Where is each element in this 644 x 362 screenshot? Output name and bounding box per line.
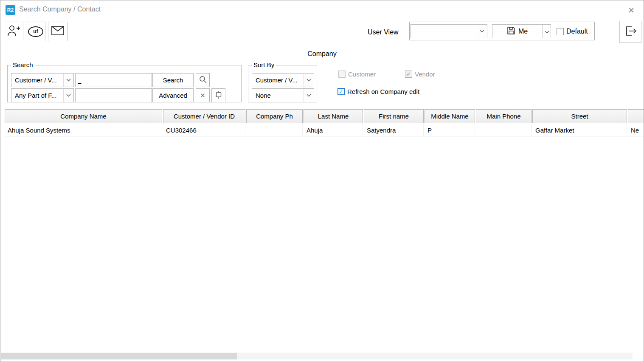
column-header[interactable]: Company Name [5, 109, 162, 123]
checkbox-box [557, 28, 564, 35]
clear-button[interactable]: ✕ [196, 88, 210, 102]
search-groupbox-legend: Search [11, 61, 35, 68]
expand-window-button[interactable] [211, 88, 225, 102]
table-cell: Satyendra [364, 124, 424, 136]
refresh-on-edit-label: Refresh on Company edit [347, 88, 419, 95]
column-header[interactable]: Street [532, 109, 627, 123]
save-view-button[interactable]: Me [492, 24, 543, 38]
chevron-down-icon [545, 28, 549, 35]
add-contact-button[interactable] [4, 22, 23, 41]
chevron-down-icon [63, 74, 73, 87]
match-type-select-value: Any Part of F... [15, 92, 56, 99]
mail-button[interactable] [48, 22, 67, 41]
close-icon[interactable]: ✕ [626, 5, 637, 16]
column-header[interactable]: Customer / Vendor ID [163, 109, 245, 123]
advanced-button[interactable]: Advanced [152, 88, 194, 102]
save-icon [507, 27, 515, 36]
table-body: Ahuja Sound SystemsCU302466AhujaSatyendr… [5, 124, 644, 136]
envelope-icon [51, 26, 64, 37]
table-cell: Ahuja [304, 124, 363, 136]
default-checkbox[interactable]: Default [557, 28, 588, 35]
app-logo: R2 [6, 5, 15, 15]
horizontal-scrollbar-thumb[interactable] [1, 353, 237, 359]
search-field-select-value: Customer / V... [15, 76, 57, 84]
uf-view-icon: uf [28, 26, 43, 37]
table-cell [476, 124, 532, 136]
secondary-search-input[interactable] [75, 88, 152, 102]
search-field-select[interactable]: Customer / V... [11, 73, 74, 87]
column-header[interactable] [628, 109, 644, 123]
sort-groupbox: Sort By Customer / V... None [248, 65, 317, 102]
column-header[interactable]: Middle Name [425, 109, 475, 123]
refresh-on-edit-checkbox[interactable]: ✓ Refresh on Company edit [337, 88, 419, 95]
quick-search-button[interactable] [196, 73, 210, 87]
user-view-group: Me Default [409, 22, 595, 40]
column-header[interactable]: First name [364, 109, 424, 123]
exit-icon [624, 25, 636, 39]
horizontal-scrollbar-track[interactable] [1, 353, 633, 359]
table-cell: Ne [628, 124, 644, 136]
search-button[interactable]: Search [152, 73, 194, 87]
check-icon: ✓ [405, 71, 412, 78]
table-header-row: Company NameCustomer / Vendor IDCompany … [5, 109, 644, 123]
table-cell: Gaffar Market [532, 124, 627, 136]
user-view-select[interactable] [411, 24, 487, 38]
sort-secondary-value: None [256, 92, 271, 99]
vendor-checkbox-label: Vendor [415, 71, 435, 78]
table-row[interactable]: Ahuja Sound SystemsCU302466AhujaSatyendr… [5, 124, 644, 136]
chevron-down-icon [477, 25, 487, 38]
column-header[interactable]: Last Name [304, 109, 363, 123]
window-title: Search Company / Contact [19, 6, 101, 13]
chevron-down-icon [304, 74, 314, 87]
save-view-label: Me [518, 28, 528, 35]
match-type-select[interactable]: Any Part of F... [11, 88, 74, 102]
titlebar: R2 Search Company / Contact ✕ [0, 0, 644, 18]
checkbox-box [338, 71, 346, 78]
save-view-dropdown[interactable] [543, 24, 551, 38]
user-view-label: User View [368, 28, 399, 36]
exit-button[interactable] [619, 21, 641, 43]
chevron-down-icon [63, 89, 73, 102]
chevron-down-icon [304, 89, 314, 102]
clear-icon: ✕ [200, 92, 205, 99]
user-filter-view-button[interactable]: uf [26, 22, 45, 41]
table-cell: CU302466 [163, 124, 245, 136]
sort-primary-select[interactable]: Customer / V... [252, 73, 314, 87]
magnifier-icon [199, 76, 207, 85]
search-groupbox: Search Customer / V... Search Any Part o… [7, 65, 242, 102]
column-header[interactable]: Company Ph [246, 109, 303, 123]
sort-primary-value: Customer / V... [256, 76, 298, 84]
save-view-split-button: Me [492, 24, 551, 38]
table-cell: Ahuja Sound Systems [5, 124, 162, 136]
center-window-icon [214, 90, 223, 100]
table-cell [246, 124, 303, 136]
default-checkbox-label: Default [566, 28, 588, 35]
company-section-label: Company [0, 50, 644, 58]
sort-secondary-select[interactable]: None [252, 88, 314, 102]
app-window: R2 Search Company / Contact ✕ uf User Vi… [0, 0, 644, 362]
sort-groupbox-legend: Sort By [252, 61, 276, 68]
customer-checkbox[interactable]: Customer [338, 71, 376, 78]
customer-checkbox-label: Customer [348, 71, 376, 78]
search-input[interactable] [75, 73, 152, 87]
column-header[interactable]: Main Phone [476, 109, 532, 123]
check-icon: ✓ [337, 88, 345, 95]
table-cell: P [425, 124, 475, 136]
add-person-icon [7, 24, 20, 39]
vendor-checkbox[interactable]: ✓ Vendor [405, 71, 435, 78]
